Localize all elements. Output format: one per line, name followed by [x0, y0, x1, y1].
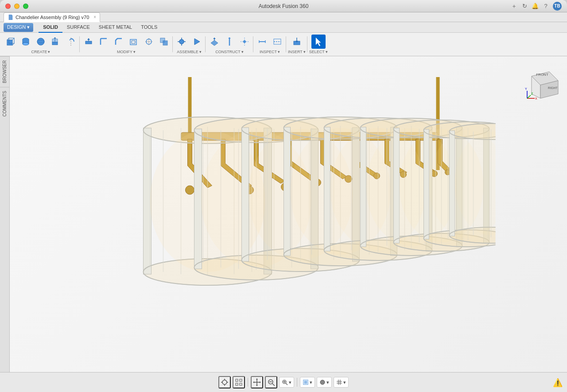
- assemble-label: ASSEMBLE ▾: [177, 50, 202, 54]
- toolbar: DESIGN ▾ SOLID SURFACE SHEET METAL TOOLS: [0, 22, 567, 56]
- box-tool[interactable]: [4, 35, 18, 49]
- assemble-dropdown-icon[interactable]: ▾: [199, 50, 202, 54]
- notifications-icon[interactable]: 🔔: [532, 3, 539, 10]
- svg-marker-34: [211, 40, 218, 46]
- combine-tool[interactable]: [157, 35, 171, 49]
- extrude-tool[interactable]: [49, 35, 63, 49]
- inspect-icons: [255, 35, 284, 49]
- joint-tool[interactable]: [175, 35, 189, 49]
- comments-tab[interactable]: COMMENTS: [0, 87, 9, 120]
- revolve-tool[interactable]: [64, 35, 78, 49]
- svg-rect-27: [163, 41, 167, 45]
- point-tool[interactable]: [237, 35, 252, 49]
- grid-dropdown[interactable]: ▾: [334, 377, 349, 388]
- assemble-group: ASSEMBLE ▾: [173, 35, 206, 54]
- svg-rect-191: [236, 379, 238, 381]
- browser-tab[interactable]: BROWSER: [0, 56, 9, 87]
- construct-group: CONSTRUCT ▾: [206, 35, 253, 54]
- svg-line-4: [12, 38, 14, 40]
- plane-tool[interactable]: [207, 35, 221, 49]
- inspect-dropdown-icon[interactable]: ▾: [278, 50, 280, 54]
- svg-marker-38: [228, 37, 231, 39]
- inspect-group: INSPECT ▾: [253, 35, 286, 54]
- svg-rect-117: [324, 127, 330, 251]
- refresh-icon[interactable]: ↻: [521, 3, 528, 10]
- svg-marker-50: [316, 38, 321, 46]
- construct-icons: [207, 35, 252, 49]
- svg-marker-200: [260, 381, 261, 383]
- visual-style-dropdown[interactable]: ▾: [317, 377, 332, 388]
- tab-tools[interactable]: TOOLS: [136, 22, 162, 33]
- tab-solid[interactable]: SOLID: [39, 22, 62, 33]
- modify-icons: [82, 35, 171, 49]
- svg-text:X: X: [535, 97, 537, 100]
- shell-tool[interactable]: [127, 35, 141, 49]
- svg-line-3: [7, 38, 9, 40]
- pan-tool[interactable]: [251, 376, 263, 388]
- svg-rect-18: [85, 41, 92, 44]
- file-tab[interactable]: Chandelier Assembly (9 Ring) v70 ×: [4, 12, 100, 22]
- section-tool[interactable]: [270, 35, 284, 49]
- tab-sheet-metal[interactable]: SHEET METAL: [94, 22, 136, 33]
- svg-rect-165: [450, 131, 455, 236]
- svg-marker-198: [256, 385, 258, 386]
- minimize-button[interactable]: [14, 4, 19, 9]
- modify-dropdown-icon[interactable]: ▾: [133, 50, 136, 54]
- select-icons: [311, 35, 326, 49]
- file-tab-label: Chandelier Assembly (9 Ring) v70: [16, 15, 89, 20]
- scale-tool[interactable]: [142, 35, 156, 49]
- design-button[interactable]: DESIGN ▾: [4, 23, 33, 32]
- fillet-tool[interactable]: [97, 35, 111, 49]
- modify-group: MODIFY ▾: [80, 35, 173, 54]
- inspect-label: INSPECT ▾: [260, 50, 280, 54]
- construct-label: CONSTRUCT ▾: [215, 50, 244, 54]
- svg-text:RIGHT: RIGHT: [548, 86, 558, 89]
- create-dropdown-icon[interactable]: ▾: [48, 50, 50, 54]
- assemble-icons: [175, 35, 204, 49]
- zoom-out-tool[interactable]: [265, 376, 277, 388]
- animate-tool[interactable]: [190, 35, 204, 49]
- svg-line-205: [286, 383, 287, 385]
- insert-label: INSERT ▾: [288, 50, 306, 54]
- title-bar-actions: ＋ ↻ 🔔 ? TB: [510, 2, 562, 11]
- svg-marker-199: [253, 381, 254, 383]
- view-cube[interactable]: FRONT RIGHT Y X Z: [523, 65, 558, 101]
- viewport[interactable]: FRONT RIGHT Y X Z: [10, 56, 567, 372]
- grid-snap-tool[interactable]: [233, 376, 245, 388]
- press-pull-tool[interactable]: [82, 35, 96, 49]
- help-icon[interactable]: ?: [542, 3, 549, 10]
- sphere-tool[interactable]: [34, 35, 48, 49]
- svg-rect-93: [242, 128, 249, 261]
- insert-icons: [290, 35, 304, 49]
- select-tool[interactable]: [311, 35, 326, 49]
- close-button[interactable]: [5, 4, 11, 9]
- svg-rect-1: [7, 40, 12, 45]
- close-tab-icon[interactable]: ×: [93, 15, 96, 19]
- insert-tool[interactable]: [290, 35, 304, 49]
- construct-dropdown-icon[interactable]: ▾: [241, 50, 244, 54]
- svg-marker-0: [9, 15, 12, 20]
- tab-surface[interactable]: SURFACE: [62, 22, 94, 33]
- maximize-button[interactable]: [23, 4, 28, 9]
- snap-tool[interactable]: [218, 376, 231, 388]
- chamfer-tool[interactable]: [112, 35, 126, 49]
- zoom-dropdown[interactable]: ▾: [279, 377, 294, 388]
- svg-marker-197: [256, 378, 258, 380]
- insert-dropdown-icon[interactable]: ▾: [303, 50, 306, 54]
- left-sidebar: BROWSER COMMENTS: [0, 56, 10, 372]
- user-avatar[interactable]: TB: [553, 2, 562, 11]
- svg-marker-16: [54, 37, 56, 39]
- select-dropdown-icon[interactable]: ▾: [326, 50, 328, 54]
- measure-tool[interactable]: [255, 35, 269, 49]
- toolbar-tabs-row: DESIGN ▾ SOLID SURFACE SHEET METAL TOOLS: [0, 22, 567, 33]
- select-label: SELECT ▾: [309, 50, 328, 54]
- cylinder-tool[interactable]: [19, 35, 33, 49]
- add-tab-icon[interactable]: ＋: [510, 3, 517, 10]
- chandelier-model: [119, 77, 496, 352]
- create-icons: [4, 35, 78, 49]
- svg-rect-194: [240, 383, 242, 385]
- svg-text:Y: Y: [525, 87, 527, 90]
- traffic-lights: [5, 4, 28, 9]
- display-mode-dropdown[interactable]: ▾: [300, 377, 315, 388]
- axis-tool[interactable]: [222, 35, 237, 49]
